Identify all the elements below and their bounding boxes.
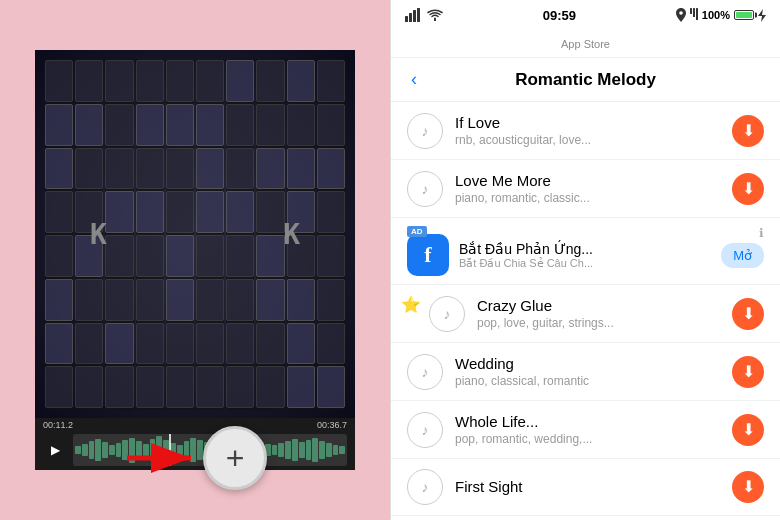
battery-fill	[736, 12, 752, 18]
song-tags-wedding: piano, classical, romantic	[455, 374, 732, 388]
note-icon-3: ♪	[444, 306, 451, 322]
song-info-whole-life: Whole Life... pop, romantic, wedding,...	[455, 413, 732, 446]
note-icon-6: ♪	[422, 479, 429, 495]
facebook-logo: f	[424, 242, 431, 268]
song-icon-wedding: ♪	[407, 354, 443, 390]
download-icon-if-love: ⬇	[742, 123, 755, 139]
song-tags-love-me-more: piano, romantic, classic...	[455, 191, 732, 205]
ad-open-button[interactable]: Mở	[721, 243, 764, 268]
letter-k-right: K	[283, 218, 300, 251]
song-icon-if-love: ♪	[407, 113, 443, 149]
status-bar: 09:59 100%	[391, 0, 780, 30]
svg-marker-10	[758, 9, 766, 22]
download-button-if-love[interactable]: ⬇	[732, 115, 764, 147]
video-container: K K 00:11.2 00:36.7 ▶	[35, 50, 355, 470]
download-button-crazy-glue[interactable]: ⬇	[732, 298, 764, 330]
svg-rect-8	[693, 8, 695, 17]
ad-subtitle: Bắt Đầu Chia Sẻ Câu Ch...	[459, 257, 721, 270]
signal-icon	[405, 8, 423, 22]
nav-bar: ‹ Romantic Melody	[391, 58, 780, 102]
svg-rect-5	[417, 8, 420, 22]
song-info-crazy-glue: Crazy Glue pop, love, guitar, strings...	[477, 297, 732, 330]
download-icon-3: ⬇	[742, 306, 755, 322]
right-panel: 09:59 100% App Store	[390, 0, 780, 520]
song-tags-whole-life: pop, romantic, wedding,...	[455, 432, 732, 446]
status-time: 09:59	[543, 8, 576, 23]
nav-title: Romantic Melody	[515, 70, 656, 90]
song-tags-crazy-glue: pop, love, guitar, strings...	[477, 316, 732, 330]
star-badge-icon: ⭐	[401, 295, 421, 314]
status-right: 100%	[676, 8, 766, 22]
song-icon-love-me-more: ♪	[407, 171, 443, 207]
svg-rect-2	[405, 16, 408, 22]
signal-detail-icon	[690, 8, 698, 22]
download-button-first-sight[interactable]: ⬇	[732, 471, 764, 503]
wifi-icon	[427, 9, 443, 21]
download-button-wedding[interactable]: ⬇	[732, 356, 764, 388]
song-info-if-love: If Love rnb, acousticguitar, love...	[455, 114, 732, 147]
download-button-love-me-more[interactable]: ⬇	[732, 173, 764, 205]
letter-k-left: K	[90, 218, 107, 251]
note-icon: ♪	[422, 123, 429, 139]
song-title-crazy-glue: Crazy Glue	[477, 297, 732, 314]
note-icon-5: ♪	[422, 422, 429, 438]
ad-info-icon[interactable]: ℹ	[759, 226, 764, 240]
song-item-crazy-glue[interactable]: ⭐ ♪ Crazy Glue pop, love, guitar, string…	[391, 285, 780, 343]
svg-rect-7	[690, 8, 692, 14]
add-button-area: +	[123, 426, 267, 490]
song-tags-if-love: rnb, acousticguitar, love...	[455, 133, 732, 147]
total-time: 00:36.7	[317, 420, 347, 430]
song-icon-whole-life: ♪	[407, 412, 443, 448]
song-item-whole-life[interactable]: ♪ Whole Life... pop, romantic, wedding,.…	[391, 401, 780, 459]
location-icon	[676, 8, 686, 22]
add-button[interactable]: +	[203, 426, 267, 490]
svg-rect-4	[413, 10, 416, 22]
app-store-bar: App Store	[391, 30, 780, 58]
song-title-whole-life: Whole Life...	[455, 413, 732, 430]
note-icon-2: ♪	[422, 181, 429, 197]
song-title-if-love: If Love	[455, 114, 732, 131]
status-left	[405, 8, 443, 22]
song-item-love-me-more[interactable]: ♪ Love Me More piano, romantic, classic.…	[391, 160, 780, 218]
song-title-wedding: Wedding	[455, 355, 732, 372]
song-info-first-sight: First Sight	[455, 478, 732, 497]
song-info-wedding: Wedding piano, classical, romantic	[455, 355, 732, 388]
keyboard-visual: K K	[35, 50, 355, 418]
ad-title: Bắt Đầu Phản Ứng...	[459, 241, 721, 257]
song-item-wedding[interactable]: ♪ Wedding piano, classical, romantic ⬇	[391, 343, 780, 401]
battery-icon	[734, 10, 754, 20]
battery-percent: 100%	[702, 9, 730, 21]
svg-point-6	[679, 11, 683, 15]
video-frame: K K	[35, 50, 355, 418]
left-panel: K K 00:11.2 00:36.7 ▶	[0, 0, 390, 520]
arrow-container	[123, 440, 203, 476]
song-icon-first-sight: ♪	[407, 469, 443, 505]
ad-app-icon: f	[407, 234, 449, 276]
current-time: 00:11.2	[43, 420, 73, 430]
ad-info: Bắt Đầu Phản Ứng... Bắt Đầu Chia Sẻ Câu …	[459, 241, 721, 270]
note-icon-4: ♪	[422, 364, 429, 380]
download-icon-4: ⬇	[742, 364, 755, 380]
song-item-if-love[interactable]: ♪ If Love rnb, acousticguitar, love... ⬇	[391, 102, 780, 160]
download-icon-6: ⬇	[742, 479, 755, 495]
song-title-first-sight: First Sight	[455, 478, 732, 495]
svg-rect-3	[409, 13, 412, 22]
song-item-first-sight[interactable]: ♪ First Sight ⬇	[391, 459, 780, 516]
song-title-love-me-more: Love Me More	[455, 172, 732, 189]
song-list[interactable]: ♪ If Love rnb, acousticguitar, love... ⬇…	[391, 102, 780, 520]
back-button[interactable]: ‹	[407, 65, 421, 94]
song-info-love-me-more: Love Me More piano, romantic, classic...	[455, 172, 732, 205]
bolt-icon	[758, 9, 766, 22]
app-store-label: App Store	[561, 38, 610, 50]
download-icon-5: ⬇	[742, 422, 755, 438]
download-icon-2: ⬇	[742, 181, 755, 197]
song-icon-crazy-glue: ♪	[429, 296, 465, 332]
ad-item[interactable]: AD ℹ f Bắt Đầu Phản Ứng... Bắt Đầu Chia …	[391, 218, 780, 285]
download-button-whole-life[interactable]: ⬇	[732, 414, 764, 446]
play-button[interactable]: ▶	[43, 438, 67, 462]
ad-badge: AD	[407, 226, 427, 237]
red-arrow-icon	[123, 440, 203, 476]
svg-rect-9	[696, 8, 698, 20]
